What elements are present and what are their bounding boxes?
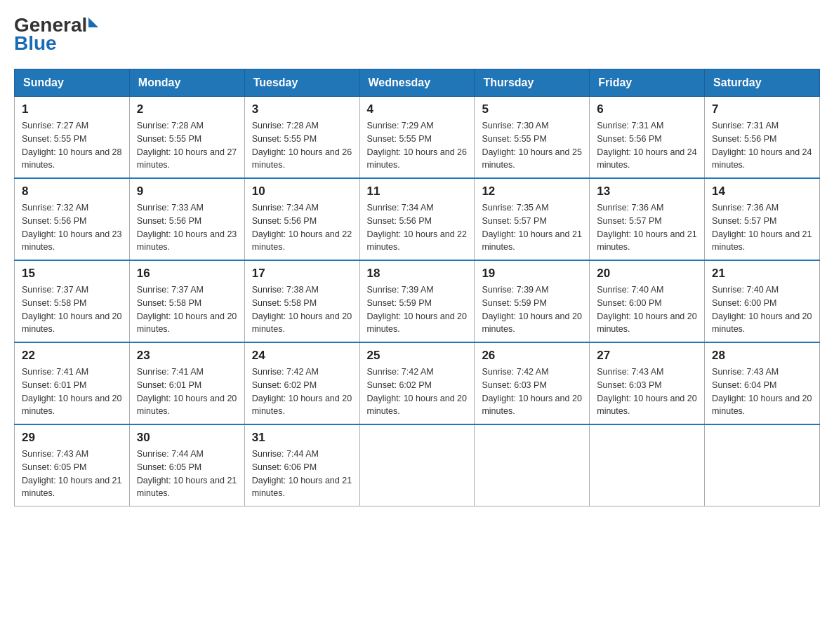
day-number: 4 — [367, 102, 468, 116]
day-info: Sunrise: 7:34 AMSunset: 5:56 PMDaylight:… — [367, 201, 468, 254]
calendar-week-5: 29Sunrise: 7:43 AMSunset: 6:05 PMDayligh… — [15, 424, 820, 507]
day-info: Sunrise: 7:27 AMSunset: 5:55 PMDaylight:… — [22, 119, 122, 172]
calendar-cell: 22Sunrise: 7:41 AMSunset: 6:01 PMDayligh… — [15, 342, 130, 424]
day-info: Sunrise: 7:28 AMSunset: 5:55 PMDaylight:… — [252, 119, 352, 172]
day-number: 7 — [712, 102, 812, 116]
calendar-cell: 3Sunrise: 7:28 AMSunset: 5:55 PMDaylight… — [244, 97, 359, 179]
calendar-cell: 31Sunrise: 7:44 AMSunset: 6:06 PMDayligh… — [244, 424, 359, 507]
day-info: Sunrise: 7:39 AMSunset: 5:59 PMDaylight:… — [367, 283, 468, 336]
calendar-cell: 1Sunrise: 7:27 AMSunset: 5:55 PMDaylight… — [15, 97, 130, 179]
weekday-header-monday: Monday — [129, 69, 244, 97]
day-number: 9 — [137, 185, 237, 199]
day-info: Sunrise: 7:38 AMSunset: 5:58 PMDaylight:… — [252, 283, 352, 336]
logo: General Blue — [14, 14, 98, 55]
calendar-cell: 7Sunrise: 7:31 AMSunset: 5:56 PMDaylight… — [705, 97, 820, 179]
day-number: 16 — [137, 267, 237, 281]
day-number: 28 — [712, 349, 812, 363]
day-info: Sunrise: 7:36 AMSunset: 5:57 PMDaylight:… — [597, 201, 697, 254]
day-info: Sunrise: 7:30 AMSunset: 5:55 PMDaylight:… — [482, 119, 582, 172]
day-info: Sunrise: 7:32 AMSunset: 5:56 PMDaylight:… — [22, 201, 122, 254]
logo-triangle-icon — [88, 18, 98, 27]
day-number: 21 — [712, 267, 812, 281]
day-number: 22 — [22, 349, 122, 363]
day-number: 26 — [482, 349, 582, 363]
day-info: Sunrise: 7:31 AMSunset: 5:56 PMDaylight:… — [712, 119, 812, 172]
calendar-cell: 25Sunrise: 7:42 AMSunset: 6:02 PMDayligh… — [359, 342, 475, 424]
day-number: 13 — [597, 185, 697, 199]
day-info: Sunrise: 7:33 AMSunset: 5:56 PMDaylight:… — [137, 201, 237, 254]
calendar-cell: 20Sunrise: 7:40 AMSunset: 6:00 PMDayligh… — [590, 260, 705, 342]
calendar-cell: 6Sunrise: 7:31 AMSunset: 5:56 PMDaylight… — [590, 97, 705, 179]
calendar-cell: 9Sunrise: 7:33 AMSunset: 5:56 PMDaylight… — [129, 178, 244, 260]
day-info: Sunrise: 7:40 AMSunset: 6:00 PMDaylight:… — [712, 283, 812, 336]
day-info: Sunrise: 7:37 AMSunset: 5:58 PMDaylight:… — [137, 283, 237, 336]
day-number: 25 — [367, 349, 468, 363]
calendar-week-4: 22Sunrise: 7:41 AMSunset: 6:01 PMDayligh… — [15, 342, 820, 424]
day-info: Sunrise: 7:28 AMSunset: 5:55 PMDaylight:… — [137, 119, 237, 172]
day-info: Sunrise: 7:31 AMSunset: 5:56 PMDaylight:… — [597, 119, 697, 172]
calendar-week-3: 15Sunrise: 7:37 AMSunset: 5:58 PMDayligh… — [15, 260, 820, 342]
day-info: Sunrise: 7:35 AMSunset: 5:57 PMDaylight:… — [482, 201, 582, 254]
calendar-cell: 27Sunrise: 7:43 AMSunset: 6:03 PMDayligh… — [590, 342, 705, 424]
day-number: 20 — [597, 267, 697, 281]
calendar-cell: 8Sunrise: 7:32 AMSunset: 5:56 PMDaylight… — [15, 178, 130, 260]
day-number: 8 — [22, 185, 122, 199]
calendar-week-1: 1Sunrise: 7:27 AMSunset: 5:55 PMDaylight… — [15, 97, 820, 179]
day-number: 1 — [22, 102, 122, 116]
calendar-cell: 4Sunrise: 7:29 AMSunset: 5:55 PMDaylight… — [359, 97, 475, 179]
logo-blue: Blue — [14, 32, 98, 55]
calendar-cell: 14Sunrise: 7:36 AMSunset: 5:57 PMDayligh… — [705, 178, 820, 260]
day-number: 14 — [712, 185, 812, 199]
calendar-cell: 5Sunrise: 7:30 AMSunset: 5:55 PMDaylight… — [475, 97, 590, 179]
day-info: Sunrise: 7:43 AMSunset: 6:04 PMDaylight:… — [712, 365, 812, 418]
day-info: Sunrise: 7:37 AMSunset: 5:58 PMDaylight:… — [22, 283, 122, 336]
day-info: Sunrise: 7:36 AMSunset: 5:57 PMDaylight:… — [712, 201, 812, 254]
calendar-cell: 28Sunrise: 7:43 AMSunset: 6:04 PMDayligh… — [705, 342, 820, 424]
calendar-cell: 18Sunrise: 7:39 AMSunset: 5:59 PMDayligh… — [359, 260, 475, 342]
day-info: Sunrise: 7:43 AMSunset: 6:03 PMDaylight:… — [597, 365, 697, 418]
weekday-header-wednesday: Wednesday — [359, 69, 475, 97]
day-info: Sunrise: 7:29 AMSunset: 5:55 PMDaylight:… — [367, 119, 468, 172]
calendar-cell: 19Sunrise: 7:39 AMSunset: 5:59 PMDayligh… — [475, 260, 590, 342]
weekday-header-saturday: Saturday — [705, 69, 820, 97]
day-number: 19 — [482, 267, 582, 281]
calendar-cell — [705, 424, 820, 507]
day-number: 11 — [367, 185, 468, 199]
day-number: 6 — [597, 102, 697, 116]
calendar-cell: 13Sunrise: 7:36 AMSunset: 5:57 PMDayligh… — [590, 178, 705, 260]
day-info: Sunrise: 7:40 AMSunset: 6:00 PMDaylight:… — [597, 283, 697, 336]
calendar-cell: 29Sunrise: 7:43 AMSunset: 6:05 PMDayligh… — [15, 424, 130, 507]
day-number: 29 — [22, 431, 122, 445]
weekday-header-thursday: Thursday — [475, 69, 590, 97]
day-number: 10 — [252, 185, 352, 199]
day-info: Sunrise: 7:41 AMSunset: 6:01 PMDaylight:… — [22, 365, 122, 418]
day-info: Sunrise: 7:42 AMSunset: 6:02 PMDaylight:… — [252, 365, 352, 418]
day-info: Sunrise: 7:39 AMSunset: 5:59 PMDaylight:… — [482, 283, 582, 336]
day-number: 27 — [597, 349, 697, 363]
calendar-cell: 15Sunrise: 7:37 AMSunset: 5:58 PMDayligh… — [15, 260, 130, 342]
day-number: 2 — [137, 102, 237, 116]
calendar-cell: 24Sunrise: 7:42 AMSunset: 6:02 PMDayligh… — [244, 342, 359, 424]
calendar-cell: 2Sunrise: 7:28 AMSunset: 5:55 PMDaylight… — [129, 97, 244, 179]
calendar-cell — [475, 424, 590, 507]
page-header: General Blue — [14, 14, 820, 55]
calendar-cell — [359, 424, 475, 507]
day-info: Sunrise: 7:34 AMSunset: 5:56 PMDaylight:… — [252, 201, 352, 254]
day-info: Sunrise: 7:42 AMSunset: 6:03 PMDaylight:… — [482, 365, 582, 418]
weekday-header-friday: Friday — [590, 69, 705, 97]
calendar-cell: 16Sunrise: 7:37 AMSunset: 5:58 PMDayligh… — [129, 260, 244, 342]
day-number: 30 — [137, 431, 237, 445]
day-number: 24 — [252, 349, 352, 363]
calendar-cell: 30Sunrise: 7:44 AMSunset: 6:05 PMDayligh… — [129, 424, 244, 507]
day-number: 17 — [252, 267, 352, 281]
day-number: 3 — [252, 102, 352, 116]
calendar-cell: 10Sunrise: 7:34 AMSunset: 5:56 PMDayligh… — [244, 178, 359, 260]
day-number: 15 — [22, 267, 122, 281]
day-info: Sunrise: 7:41 AMSunset: 6:01 PMDaylight:… — [137, 365, 237, 418]
calendar-week-2: 8Sunrise: 7:32 AMSunset: 5:56 PMDaylight… — [15, 178, 820, 260]
day-info: Sunrise: 7:44 AMSunset: 6:06 PMDaylight:… — [252, 448, 352, 500]
day-number: 12 — [482, 185, 582, 199]
day-number: 5 — [482, 102, 582, 116]
day-number: 18 — [367, 267, 468, 281]
day-info: Sunrise: 7:44 AMSunset: 6:05 PMDaylight:… — [137, 448, 237, 500]
